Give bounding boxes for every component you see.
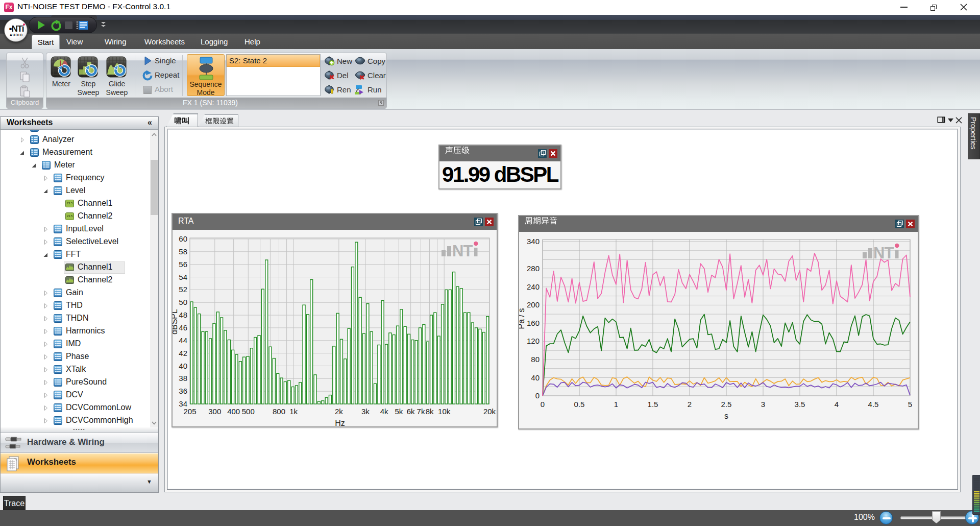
svg-text:50: 50 xyxy=(179,298,187,306)
svg-text:dBSPL: dBSPL xyxy=(173,309,179,334)
svg-text:5: 5 xyxy=(908,400,912,409)
svg-text:400: 400 xyxy=(227,407,240,416)
svg-text:44: 44 xyxy=(179,336,187,345)
svg-text:4k: 4k xyxy=(380,407,388,416)
svg-text:200: 200 xyxy=(527,300,540,309)
svg-text:1: 1 xyxy=(614,400,618,409)
svg-text:120: 120 xyxy=(527,337,540,345)
svg-text:205: 205 xyxy=(183,407,196,416)
svg-text:42: 42 xyxy=(179,349,187,357)
svg-text:NT: NT xyxy=(452,242,473,257)
svg-text:4.5: 4.5 xyxy=(868,400,879,409)
svg-text:23.5: 23.5 xyxy=(67,214,73,218)
svg-text:58: 58 xyxy=(179,247,187,256)
svg-text:40: 40 xyxy=(531,373,540,382)
svg-text:3k: 3k xyxy=(361,407,370,416)
svg-text:2: 2 xyxy=(688,400,692,409)
svg-text:52: 52 xyxy=(179,285,187,294)
svg-text:NT: NT xyxy=(873,244,894,259)
svg-text:500: 500 xyxy=(242,407,255,416)
svg-text:80: 80 xyxy=(531,355,540,364)
svg-text:s: s xyxy=(724,412,728,420)
svg-text:240: 240 xyxy=(527,282,540,291)
svg-text:20k: 20k xyxy=(483,407,496,416)
svg-text:800: 800 xyxy=(273,407,285,416)
svg-text:3.5: 3.5 xyxy=(795,400,805,409)
svg-text:6k: 6k xyxy=(407,407,415,416)
svg-text:54: 54 xyxy=(179,273,187,281)
svg-text:1.5: 1.5 xyxy=(648,400,658,409)
svg-text:Hz: Hz xyxy=(335,419,345,426)
svg-text:1k: 1k xyxy=(289,407,298,416)
svg-text:7k: 7k xyxy=(417,407,425,416)
svg-text:0.5: 0.5 xyxy=(574,400,585,409)
svg-text:280: 280 xyxy=(527,264,540,273)
svg-text:4: 4 xyxy=(835,400,839,409)
svg-text:2k: 2k xyxy=(335,407,343,416)
svg-text:23.5: 23.5 xyxy=(67,202,73,205)
svg-text:0: 0 xyxy=(541,400,545,409)
svg-text:36: 36 xyxy=(179,387,187,395)
svg-text:0: 0 xyxy=(535,391,540,400)
svg-text:46: 46 xyxy=(179,323,187,332)
svg-text:160: 160 xyxy=(527,319,540,327)
svg-text:56: 56 xyxy=(179,260,187,269)
svg-text:60: 60 xyxy=(179,234,187,243)
svg-text:340: 340 xyxy=(527,237,540,246)
svg-text:3: 3 xyxy=(761,400,765,409)
svg-text:10k: 10k xyxy=(438,407,451,416)
svg-text:2.5: 2.5 xyxy=(721,400,732,409)
svg-text:300: 300 xyxy=(208,407,221,416)
svg-text:Pa / s: Pa / s xyxy=(519,308,526,329)
svg-text:5k: 5k xyxy=(395,407,403,416)
svg-text:48: 48 xyxy=(179,310,187,319)
svg-text:38: 38 xyxy=(179,374,187,382)
svg-text:40: 40 xyxy=(179,362,187,370)
svg-text:8k: 8k xyxy=(426,407,434,416)
